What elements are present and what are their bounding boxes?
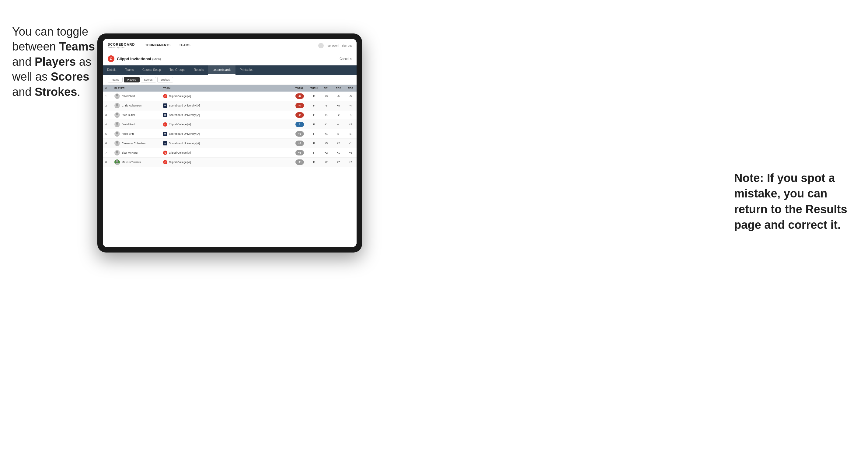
toggle-teams[interactable]: Teams: [108, 77, 123, 83]
toggle-players[interactable]: Players: [124, 77, 140, 83]
cell-thru: F: [308, 139, 320, 148]
cell-thru: F: [308, 129, 320, 139]
cell-total: E: [291, 120, 308, 129]
table-row: 6 Cameron Robertson SB Scoreboard Univer…: [103, 139, 356, 148]
svg-point-16: [115, 163, 119, 165]
team-logo-clippd: C: [163, 160, 167, 164]
cell-rank: 2: [103, 101, 112, 111]
cell-rd3: E: [344, 129, 356, 139]
col-player: PLAYER: [112, 85, 161, 92]
table-row: 2 Chris Robertson SB Scoreboard Universi…: [103, 101, 356, 111]
score-badge: E: [296, 122, 304, 127]
cell-rd3: -1: [344, 139, 356, 148]
svg-point-15: [116, 160, 118, 162]
cell-player: Rich Butler: [112, 111, 161, 120]
svg-point-7: [116, 122, 118, 125]
cell-rank: 5: [103, 129, 112, 139]
svg-point-4: [115, 106, 119, 108]
tab-course-setup[interactable]: Course Setup: [138, 65, 165, 75]
top-nav: SCOREBOARD Powered by clippd TOURNAMENTS…: [103, 39, 356, 52]
tab-results[interactable]: Results: [190, 65, 208, 75]
tournament-title-row: C Clippd Invitational (Men): [108, 55, 161, 62]
team-name: Scoreboard University [A]: [169, 104, 200, 107]
scoreboard-logo: SCOREBOARD Powered by clippd: [108, 42, 135, 49]
cancel-button[interactable]: Cancel ×: [340, 57, 352, 61]
team-logo-sb: SB: [163, 132, 167, 136]
cell-rd3: +3: [344, 120, 356, 129]
svg-point-13: [116, 151, 118, 153]
tab-details[interactable]: Details: [103, 65, 121, 75]
cell-rank: 6: [103, 139, 112, 148]
cell-team: SB Scoreboard University [A]: [161, 101, 291, 111]
cell-player: Blair McHarg: [112, 148, 161, 158]
cell-team: C Clippd College [A]: [161, 92, 291, 101]
nav-link-tournaments[interactable]: TOURNAMENTS: [141, 39, 175, 52]
cell-rank: 3: [103, 111, 112, 120]
cell-player: Rees Britt: [112, 129, 161, 139]
team-logo-sb: SB: [163, 113, 167, 117]
score-badge: -8: [296, 93, 304, 99]
player-name: Elliot Ebert: [122, 95, 135, 98]
cell-rd2: -2: [332, 111, 344, 120]
cell-rd2: +7: [332, 158, 344, 167]
tournament-header: C Clippd Invitational (Men) Cancel ×: [103, 52, 356, 65]
player-avatar: [114, 159, 120, 165]
players-table: # PLAYER TEAM TOTAL THRU RD1 RD2 RD3 1: [103, 85, 356, 167]
cell-rd1: +1: [320, 111, 332, 120]
tab-printables[interactable]: Printables: [236, 65, 257, 75]
table-row: 8 Marcus Turners C Clippd College [A] +1…: [103, 158, 356, 167]
leaderboard-table: # PLAYER TEAM TOTAL THRU RD1 RD2 RD3 1: [103, 85, 356, 247]
toggle-scores[interactable]: Scores: [141, 77, 156, 83]
cell-team: C Clippd College [A]: [161, 148, 291, 158]
col-rd2: RD2: [332, 85, 344, 92]
cell-rd1: +2: [320, 148, 332, 158]
player-avatar: [114, 150, 120, 155]
tab-tee-groups[interactable]: Tee Groups: [165, 65, 190, 75]
sign-out-link[interactable]: Sign out: [342, 44, 352, 47]
score-badge: +8: [296, 150, 304, 155]
col-rd1: RD1: [320, 85, 332, 92]
team-logo-sb: SB: [163, 103, 167, 108]
team-name: Clippd College [A]: [169, 95, 191, 98]
right-annotation: Note: If you spot a mistake, you can ret…: [734, 170, 850, 233]
col-total: TOTAL: [291, 85, 308, 92]
cell-rd2: -6: [332, 92, 344, 101]
svg-point-6: [115, 116, 119, 118]
nav-right: Test User | Sign out: [318, 43, 352, 49]
cell-rank: 8: [103, 158, 112, 167]
cell-team: SB Scoreboard University [A]: [161, 111, 291, 120]
tab-leaderboards[interactable]: Leaderboards: [208, 65, 236, 75]
player-avatar: [114, 141, 120, 146]
cell-rd1: +1: [320, 120, 332, 129]
cell-rd3: -1: [344, 111, 356, 120]
nav-link-teams[interactable]: TEAMS: [175, 39, 195, 52]
cell-rank: 1: [103, 92, 112, 101]
cell-rd2: -4: [332, 120, 344, 129]
toggle-row: Teams Players Scores Strokes: [103, 75, 356, 85]
score-badge: -4: [296, 103, 304, 108]
player-name: David Ford: [122, 123, 135, 126]
svg-point-12: [115, 144, 119, 146]
cell-total: -4: [291, 101, 308, 111]
col-rank: #: [103, 85, 112, 92]
team-name: Scoreboard University [A]: [169, 132, 200, 135]
cell-thru: F: [308, 101, 320, 111]
player-avatar: [114, 93, 120, 99]
team-logo-clippd: C: [163, 94, 167, 98]
tablet-device: SCOREBOARD Powered by clippd TOURNAMENTS…: [97, 33, 362, 252]
score-badge: +6: [296, 141, 304, 146]
player-name: Chris Robertson: [122, 104, 142, 107]
tablet-screen: SCOREBOARD Powered by clippd TOURNAMENTS…: [103, 39, 356, 247]
toggle-strokes[interactable]: Strokes: [157, 77, 174, 83]
score-badge: +1: [296, 131, 304, 136]
svg-point-2: [115, 97, 119, 99]
cell-total: +11: [291, 158, 308, 167]
player-name: Rees Britt: [122, 132, 134, 135]
user-avatar: [318, 43, 324, 49]
player-avatar: [114, 103, 120, 108]
tab-teams[interactable]: Teams: [121, 65, 138, 75]
table-row: 5 Rees Britt SB Scoreboard University [A…: [103, 129, 356, 139]
svg-point-10: [115, 134, 119, 136]
player-avatar: [114, 131, 120, 136]
nav-links: TOURNAMENTS TEAMS: [141, 39, 318, 52]
